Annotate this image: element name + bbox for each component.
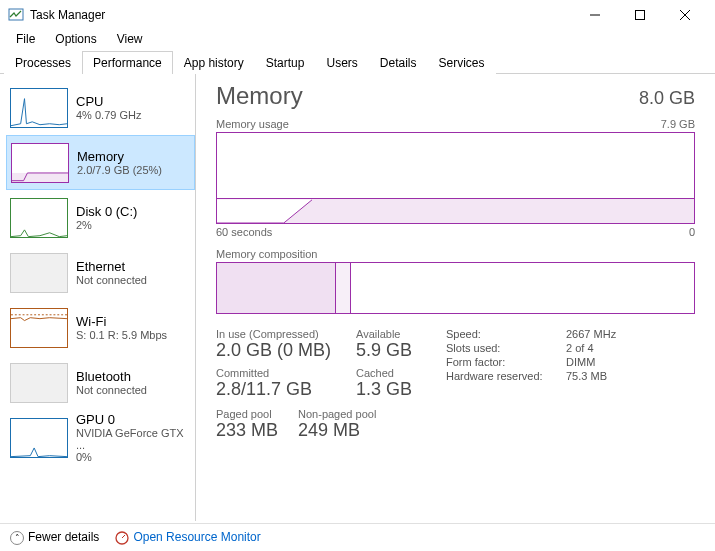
in-use-label: In use (Compressed): [216, 328, 356, 340]
available-value: 5.9 GB: [356, 340, 446, 361]
tab-app-history[interactable]: App history: [173, 51, 255, 74]
ethernet-thumb-icon: [10, 253, 68, 293]
tabbar: Processes Performance App history Startu…: [0, 50, 715, 74]
capacity-value: 8.0 GB: [639, 88, 695, 109]
tab-performance[interactable]: Performance: [82, 51, 173, 74]
committed-label: Committed: [216, 367, 356, 379]
tab-services[interactable]: Services: [428, 51, 496, 74]
titlebar: Task Manager: [0, 0, 715, 30]
stats-grid: In use (Compressed) 2.0 GB (0 MB) Commit…: [216, 328, 695, 406]
speed-value: 2667 MHz: [566, 328, 646, 340]
form-label: Form factor:: [446, 356, 566, 368]
sidebar-item-sub: 2.0/7.9 GB (25%): [77, 164, 162, 176]
sidebar-item-sub: Not connected: [76, 274, 147, 286]
tab-processes[interactable]: Processes: [4, 51, 82, 74]
memory-composition-bar[interactable]: [216, 262, 695, 314]
speed-label: Speed:: [446, 328, 566, 340]
resource-monitor-label: Open Resource Monitor: [133, 530, 260, 544]
sidebar-item-label: Wi-Fi: [76, 314, 167, 329]
nonpaged-value: 249 MB: [298, 420, 376, 441]
composition-in-use: [217, 263, 336, 313]
menubar: File Options View: [0, 30, 715, 50]
sidebar-item-cpu[interactable]: CPU 4% 0.79 GHz: [6, 80, 195, 135]
open-resource-monitor-link[interactable]: Open Resource Monitor: [115, 530, 260, 545]
svg-line-8: [122, 535, 125, 538]
menu-options[interactable]: Options: [45, 30, 106, 50]
composition-label: Memory composition: [216, 248, 695, 260]
in-use-value: 2.0 GB (0 MB): [216, 340, 356, 361]
hwres-label: Hardware reserved:: [446, 370, 566, 382]
disk-thumb-icon: [10, 198, 68, 238]
fewer-details-label: Fewer details: [28, 530, 99, 544]
sidebar-item-bluetooth[interactable]: Bluetooth Not connected: [6, 355, 195, 410]
available-label: Available: [356, 328, 446, 340]
page-title: Memory: [216, 82, 303, 110]
svg-rect-0: [9, 9, 23, 20]
bluetooth-thumb-icon: [10, 363, 68, 403]
task-manager-icon: [8, 7, 24, 23]
sidebar-item-sub2: 0%: [76, 451, 191, 463]
sidebar-item-sub: Not connected: [76, 384, 147, 396]
close-button[interactable]: [662, 0, 707, 30]
fewer-details-button[interactable]: ˄Fewer details: [10, 530, 99, 545]
menu-file[interactable]: File: [6, 30, 45, 50]
cached-value: 1.3 GB: [356, 379, 446, 400]
nonpaged-label: Non-paged pool: [298, 408, 376, 420]
sidebar-item-wifi[interactable]: Wi-Fi S: 0.1 R: 5.9 Mbps: [6, 300, 195, 355]
svg-rect-2: [635, 11, 644, 20]
sidebar-item-sub: 2%: [76, 219, 137, 231]
footer: ˄Fewer details Open Resource Monitor: [0, 523, 715, 551]
gpu-thumb-icon: [10, 418, 68, 458]
tab-startup[interactable]: Startup: [255, 51, 316, 74]
wifi-thumb-icon: [10, 308, 68, 348]
sidebar[interactable]: CPU 4% 0.79 GHz Memory 2.0/7.9 GB (25%) …: [0, 74, 196, 521]
maximize-button[interactable]: [617, 0, 662, 30]
sidebar-item-memory[interactable]: Memory 2.0/7.9 GB (25%): [6, 135, 195, 190]
slots-value: 2 of 4: [566, 342, 646, 354]
tab-users[interactable]: Users: [315, 51, 368, 74]
scale-right: 0: [689, 226, 695, 238]
paged-label: Paged pool: [216, 408, 278, 420]
sidebar-item-label: Bluetooth: [76, 369, 147, 384]
sidebar-item-sub: S: 0.1 R: 5.9 Mbps: [76, 329, 167, 341]
sidebar-item-sub: 4% 0.79 GHz: [76, 109, 141, 121]
resource-monitor-icon: [115, 531, 129, 545]
hardware-kv: Speed:2667 MHz Slots used:2 of 4 Form fa…: [446, 328, 646, 382]
memory-usage-graph[interactable]: [216, 132, 695, 224]
sidebar-item-label: Disk 0 (C:): [76, 204, 137, 219]
slots-label: Slots used:: [446, 342, 566, 354]
usage-label: Memory usage: [216, 118, 289, 130]
sidebar-item-label: Memory: [77, 149, 162, 164]
paged-value: 233 MB: [216, 420, 278, 441]
cached-label: Cached: [356, 367, 446, 379]
cpu-thumb-icon: [10, 88, 68, 128]
committed-value: 2.8/11.7 GB: [216, 379, 356, 400]
main-panel: Memory 8.0 GB Memory usage 7.9 GB 60 sec…: [196, 74, 715, 521]
chevron-up-icon: ˄: [10, 531, 24, 545]
memory-thumb-icon: [11, 143, 69, 183]
scale-left: 60 seconds: [216, 226, 272, 238]
menu-view[interactable]: View: [107, 30, 153, 50]
sidebar-item-gpu[interactable]: GPU 0 NVIDIA GeForce GTX ... 0%: [6, 410, 195, 465]
sidebar-item-label: Ethernet: [76, 259, 147, 274]
sidebar-item-label: CPU: [76, 94, 141, 109]
tab-details[interactable]: Details: [369, 51, 428, 74]
content: CPU 4% 0.79 GHz Memory 2.0/7.9 GB (25%) …: [0, 74, 715, 521]
composition-modified: [336, 263, 350, 313]
form-value: DIMM: [566, 356, 646, 368]
sidebar-item-disk[interactable]: Disk 0 (C:) 2%: [6, 190, 195, 245]
window-controls: [572, 0, 707, 30]
window-title: Task Manager: [30, 8, 572, 22]
sidebar-item-ethernet[interactable]: Ethernet Not connected: [6, 245, 195, 300]
sidebar-item-sub: NVIDIA GeForce GTX ...: [76, 427, 191, 451]
svg-rect-5: [12, 172, 68, 182]
sidebar-item-label: GPU 0: [76, 412, 191, 427]
usage-max: 7.9 GB: [661, 118, 695, 130]
hwres-value: 75.3 MB: [566, 370, 646, 382]
minimize-button[interactable]: [572, 0, 617, 30]
